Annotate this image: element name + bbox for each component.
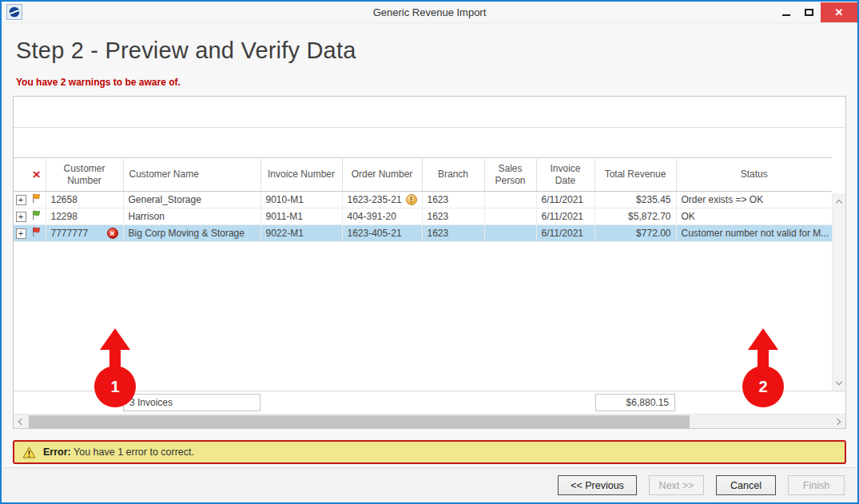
invoice-table: × Customer Number Customer Name Invoice … — [14, 157, 832, 242]
table-header-row: × Customer Number Customer Name Invoice … — [14, 158, 832, 192]
close-button[interactable]: ✕ — [821, 2, 857, 22]
expand-icon[interactable] — [16, 195, 26, 205]
minimize-button[interactable] — [774, 2, 797, 22]
order-number-cell: 404-391-20 — [342, 208, 422, 225]
callout-2-number: 2 — [758, 378, 767, 396]
header-order-number[interactable]: Order Number — [342, 158, 422, 192]
order-warning-icon — [406, 194, 417, 205]
header-customer-name[interactable]: Customer Name — [123, 158, 260, 192]
next-button: Next >> — [649, 475, 704, 495]
invoice-count-summary: 3 Invoices — [123, 394, 260, 411]
header-error-column[interactable]: × — [28, 158, 46, 192]
total-revenue-summary: $6,880.15 — [595, 394, 675, 411]
invoice-date-cell: 6/11/2021 — [536, 192, 595, 208]
scroll-left-button[interactable] — [14, 415, 28, 428]
branch-cell: 1623 — [422, 192, 484, 208]
error-message: Error: You have 1 error to correct. — [43, 446, 194, 458]
total-revenue-cell: $5,872.70 — [595, 208, 676, 225]
table-row[interactable]: 12298 Harrison 9011-M1 404-391-20 1623 6… — [14, 208, 832, 225]
callout-1-badge: 1 — [94, 366, 136, 407]
scroll-right-button[interactable] — [831, 415, 845, 428]
customer-number-cell: 12658 — [46, 192, 123, 208]
chevron-down-icon — [836, 378, 842, 384]
order-number-cell: 1623-405-21 — [342, 225, 422, 242]
callout-1-number: 1 — [110, 378, 119, 396]
header-sales-person[interactable]: Sales Person — [484, 158, 536, 192]
title-bar: Generic Revenue Import ✕ — [2, 2, 857, 23]
cancel-button[interactable]: Cancel — [716, 475, 776, 495]
order-number-cell: 1623-235-21 — [342, 192, 422, 208]
callout-2-badge: 2 — [742, 366, 784, 407]
expand-cell[interactable] — [14, 192, 28, 208]
app-logo-icon — [9, 6, 20, 18]
flag-cell — [28, 192, 46, 208]
invoice-date-cell: 6/11/2021 — [536, 225, 595, 242]
finish-button: Finish — [788, 475, 845, 495]
invoice-number-cell: 9022-M1 — [260, 225, 342, 242]
error-label: Error: — [43, 446, 71, 458]
flag-cell — [28, 225, 46, 242]
expand-icon[interactable] — [16, 228, 26, 239]
flag-cell — [28, 208, 46, 225]
error-icon — [107, 228, 118, 239]
scroll-up-button[interactable] — [833, 195, 845, 208]
customer-number-cell: 12298 — [46, 208, 123, 225]
warning-triangle-icon: ! — [22, 446, 36, 458]
svg-text:!: ! — [28, 449, 30, 458]
header-customer-number[interactable]: Customer Number — [46, 158, 123, 192]
horizontal-scrollbar[interactable] — [14, 414, 845, 428]
previous-button[interactable]: << Previous — [558, 475, 637, 495]
branch-cell: 1623 — [422, 208, 484, 225]
preview-grid: × Customer Number Customer Name Invoice … — [13, 96, 846, 429]
header-expand — [14, 158, 28, 192]
order-number-value: 1623-235-21 — [348, 194, 402, 205]
vertical-scrollbar[interactable] — [832, 193, 845, 391]
error-column-icon: × — [33, 167, 41, 182]
maximize-button[interactable] — [797, 2, 821, 22]
chevron-up-icon — [836, 199, 842, 205]
expand-cell[interactable] — [14, 208, 28, 225]
maximize-icon — [805, 9, 813, 16]
header-invoice-date[interactable]: Invoice Date — [536, 158, 595, 192]
error-detail: You have 1 error to correct. — [74, 446, 194, 458]
red-flag-icon — [30, 226, 42, 238]
sales-person-cell — [484, 192, 536, 208]
dialog-window: Generic Revenue Import ✕ Step 2 - Previe… — [0, 0, 859, 504]
chevron-left-icon — [18, 418, 25, 424]
scroll-down-button[interactable] — [833, 376, 845, 389]
total-revenue-cell: $772.00 — [595, 225, 676, 242]
customer-number-value: 7777777 — [51, 228, 89, 239]
page-title: Step 2 - Preview and Verify Data — [16, 38, 857, 64]
status-cell: Order exists => OK — [676, 192, 832, 208]
minimize-icon — [782, 14, 790, 16]
header-status[interactable]: Status — [676, 158, 832, 192]
customer-name-cell: General_Storage — [123, 192, 260, 208]
scrollbar-thumb[interactable] — [29, 415, 690, 428]
total-revenue-cell: $235.45 — [595, 192, 676, 208]
branch-cell: 1623 — [422, 225, 484, 242]
customer-number-cell: 7777777 — [46, 225, 123, 242]
callout-2-arrowhead-icon — [748, 328, 778, 350]
summary-row: 3 Invoices $6,880.15 — [14, 391, 845, 414]
grid-group-panel — [14, 97, 845, 128]
invoice-number-cell: 9010-M1 — [260, 192, 342, 208]
callout-1-arrowhead-icon — [100, 328, 130, 350]
invoice-number-cell: 9011-M1 — [260, 208, 342, 225]
app-icon[interactable] — [6, 4, 22, 20]
sales-person-cell — [484, 208, 536, 225]
customer-name-cell: Harrison — [123, 208, 260, 225]
warnings-notice: You have 2 warnings to be aware of. — [16, 77, 857, 88]
table-row-selected[interactable]: 7777777 Big Corp Moving & Storage 9022-M… — [14, 225, 832, 242]
sales-person-cell — [484, 225, 536, 242]
header-invoice-number[interactable]: Invoice Number — [260, 158, 342, 192]
customer-name-cell: Big Corp Moving & Storage — [123, 225, 260, 242]
chevron-right-icon — [834, 418, 841, 424]
table-row[interactable]: 12658 General_Storage 9010-M1 1623-235-2… — [14, 192, 832, 208]
header-branch[interactable]: Branch — [422, 158, 484, 192]
grid-group-panel-2 — [14, 128, 845, 157]
expand-cell[interactable] — [14, 225, 28, 242]
status-cell: Customer number not valid for M... — [676, 225, 832, 242]
green-flag-icon — [30, 209, 42, 221]
expand-icon[interactable] — [16, 212, 26, 222]
header-total-revenue[interactable]: Total Revenue — [595, 158, 676, 192]
